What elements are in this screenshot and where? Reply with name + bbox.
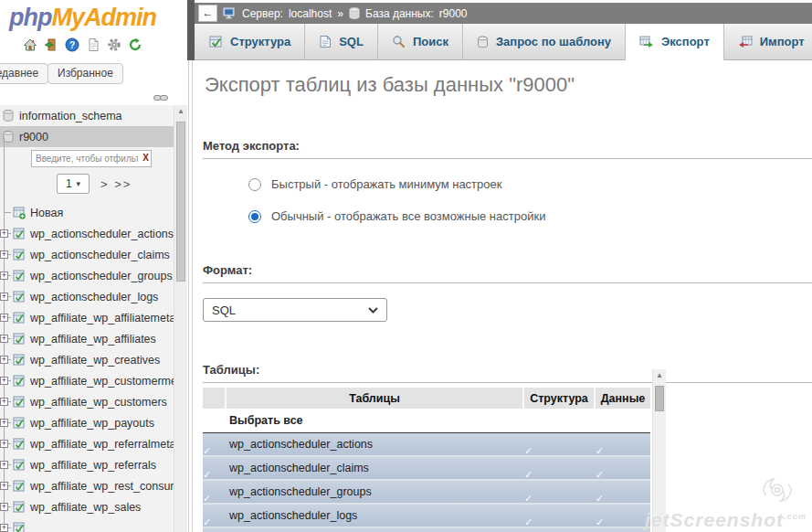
tree-table-item[interactable]: wp_actionscheduler_groups [0, 265, 174, 286]
table-icon [13, 291, 26, 303]
page-title: Экспорт таблиц из базы данных "r9000" [205, 73, 812, 97]
table-scrollbar[interactable]: ▲ [652, 369, 666, 532]
main-tabbar: Структура SQL Поиск Запрос по шаблону Эк… [192, 24, 812, 60]
expand-icon[interactable] [0, 314, 8, 322]
expand-icon[interactable] [0, 293, 8, 301]
link-icon[interactable] [153, 93, 168, 102]
tree-filter: X [31, 150, 152, 167]
tab-search[interactable]: Поиск [378, 24, 463, 59]
tree-table-item[interactable]: wp_affiliate_wp_customers [0, 391, 174, 412]
table-filter-input[interactable] [31, 150, 152, 167]
tree-table-item[interactable]: wp_affiliate_wp_referralmeta [0, 433, 174, 454]
quick-export-label: Быстрый - отображать минимум настроек [271, 177, 501, 191]
help-icon[interactable]: ? [64, 37, 79, 52]
table-name: wp_affiliate_wp_rest_consumers [30, 480, 174, 493]
radio-quick[interactable] [248, 178, 261, 191]
table-icon [13, 501, 26, 514]
table-name: wp_affiliate_wp_referralmeta [30, 438, 174, 451]
quick-export-option[interactable]: Быстрый - отображать минимум настроек [248, 177, 812, 191]
tab-label: SQL [339, 35, 364, 48]
expand-icon[interactable] [0, 271, 8, 280]
panel-splitter-top [187, 0, 195, 60]
expand-icon[interactable] [0, 482, 8, 490]
database-tree: information_schema r9000 X 1 ▾ > >> [0, 105, 174, 532]
tree-table-item[interactable]: wp_affiliate_wp_referrals [0, 454, 174, 475]
tab-import[interactable]: Импорт [724, 24, 812, 59]
custom-export-option[interactable]: Обычный - отображать все возможные настр… [248, 209, 812, 223]
scrollbar-thumb[interactable] [176, 122, 185, 282]
tree-table-item[interactable]: wp_affiliate_wp_affiliates [0, 328, 174, 349]
tree-table-item[interactable]: wp_actionscheduler_claims [0, 244, 174, 265]
scroll-up-icon[interactable]: ▲ [174, 105, 187, 118]
breadcrumb: ← Сервер: localhost » База данных: r9000 [195, 3, 812, 24]
sidebar-icon-toolbar: ? [0, 37, 164, 52]
docs-icon[interactable] [85, 37, 100, 52]
table-name: wp_affiliate_wp_referrals [30, 459, 156, 472]
table-name: wp_actionscheduler_logs [30, 291, 158, 303]
panel-splitter[interactable] [188, 60, 193, 532]
tree-table-item[interactable]: wp_affiliate_wp_rest_consumers [0, 475, 174, 496]
scroll-up-icon[interactable]: ▲ [653, 369, 666, 382]
scrollbar-thumb[interactable] [655, 386, 664, 411]
radio-custom[interactable] [248, 210, 261, 223]
tree-table-item[interactable]: wp_actionscheduler_logs [0, 286, 174, 307]
tree-db-r9000[interactable]: r9000 [0, 126, 174, 147]
expand-icon[interactable] [0, 440, 8, 448]
breadcrumb-db-value[interactable]: r9000 [439, 7, 468, 20]
tree-table-item[interactable]: wp_affiliate_wp_affiliatemeta [0, 307, 174, 328]
page-next-links[interactable]: > >> [100, 177, 132, 191]
tree-table-item[interactable]: wp_affiliate_wp_creatives [0, 349, 174, 370]
row-table-name: wp_actionscheduler_groups [227, 485, 524, 498]
expand-icon[interactable] [0, 377, 8, 385]
table-name: wp_actionscheduler_actions [30, 228, 174, 240]
table-name: wp_affiliate_wp_customermeta [30, 375, 174, 388]
server-icon [223, 7, 237, 19]
tree-table-item[interactable]: wp_affiliate_wp_customermeta [0, 370, 174, 391]
expand-icon[interactable] [0, 419, 8, 427]
header-structure: Структура [524, 388, 596, 409]
expand-icon[interactable] [0, 356, 8, 364]
favorites-tab[interactable]: Избранное [47, 63, 123, 84]
tab-label: Экспорт [661, 35, 710, 48]
logout-icon[interactable] [43, 37, 58, 52]
export-method-options: Быстрый - отображать минимум настроек Об… [248, 177, 812, 223]
expand-icon[interactable] [0, 524, 8, 532]
expand-icon[interactable] [0, 335, 8, 343]
tree-table-item[interactable]: wp_affiliate_wp_sales [0, 496, 174, 517]
table-icon [13, 249, 26, 261]
tab-structure[interactable]: Структура [195, 24, 305, 59]
tree-table-item[interactable] [0, 517, 174, 532]
filter-clear-icon[interactable]: X [142, 153, 149, 163]
breadcrumb-server-value[interactable]: localhost [289, 7, 332, 20]
home-icon[interactable] [22, 37, 37, 52]
select-all-label[interactable]: Выбрать все [227, 414, 524, 427]
chevron-down-icon: ▾ [77, 179, 81, 188]
settings-icon[interactable] [106, 37, 121, 52]
expand-icon[interactable] [0, 503, 8, 511]
page-number: 1 [66, 177, 72, 190]
tab-query-by-example[interactable]: Запрос по шаблону [463, 24, 626, 59]
expand-icon[interactable] [0, 398, 8, 406]
recent-tab[interactable]: Недавнее [0, 63, 48, 84]
tab-export[interactable]: Экспорт [626, 24, 724, 60]
expand-icon[interactable] [0, 461, 8, 469]
breadcrumb-server-label: Сервер: [242, 7, 283, 20]
tab-sql[interactable]: SQL [305, 24, 378, 59]
expand-icon[interactable] [0, 250, 8, 259]
sidebar-scrollbar[interactable]: ▲ [174, 105, 187, 532]
format-heading: Формат: [203, 263, 812, 283]
tab-label: Запрос по шаблону [496, 35, 611, 48]
back-button[interactable]: ← [198, 5, 217, 22]
table-icon [13, 312, 26, 325]
tree-table-item[interactable]: wp_actionscheduler_actions [0, 223, 174, 244]
page-select[interactable]: 1 ▾ [57, 174, 90, 194]
new-table-item[interactable]: Новая [0, 202, 174, 223]
format-select[interactable]: SQL [203, 298, 387, 322]
phpmyadmin-logo[interactable]: phpMyAdmin [0, 0, 192, 32]
tree-db-information-schema[interactable]: information_schema [0, 105, 174, 126]
custom-export-label: Обычный - отображать все возможные настр… [271, 209, 545, 223]
table-icon [13, 480, 26, 493]
tree-table-item[interactable]: wp_affiliate_wp_payouts [0, 412, 174, 433]
refresh-icon[interactable] [127, 37, 142, 52]
expand-icon[interactable] [0, 229, 8, 238]
